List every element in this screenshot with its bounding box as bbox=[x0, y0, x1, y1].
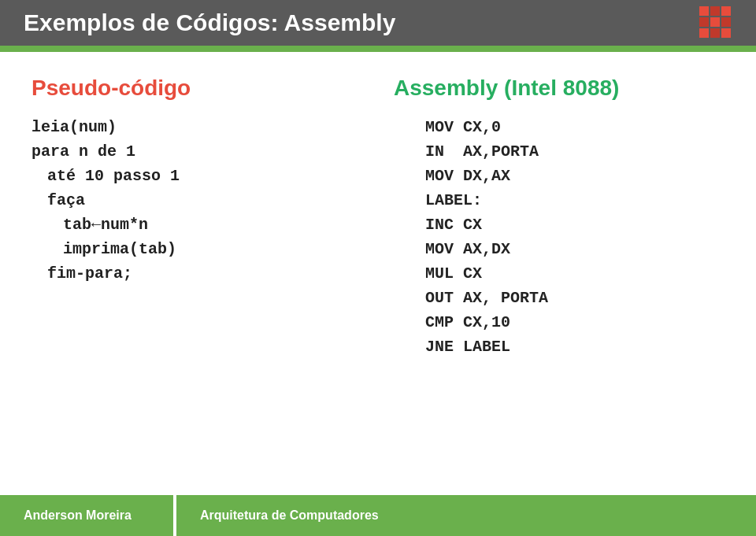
pseudo-code-block: leia(num) para n de 1 até 10 passo 1 faç… bbox=[32, 115, 362, 286]
pseudo-line-7: fim-para; bbox=[47, 261, 362, 286]
header: Exemplos de Códigos: Assembly bbox=[0, 0, 756, 46]
footer-course: Arquitetura de Computadores bbox=[176, 508, 379, 523]
footer: Anderson Moreira Arquitetura de Computad… bbox=[0, 495, 756, 536]
asm-line-7: MUL CX bbox=[425, 261, 724, 286]
asm-line-1: MOV CX,0 bbox=[425, 115, 724, 139]
asm-line-5: INC CX bbox=[425, 213, 724, 237]
logo-cell bbox=[710, 6, 720, 16]
pseudo-line-1: leia(num) bbox=[32, 115, 362, 139]
logo-cell bbox=[721, 28, 731, 38]
logo-cell bbox=[721, 6, 731, 16]
logo bbox=[699, 6, 732, 39]
logo-cell bbox=[699, 17, 709, 27]
main-content: Pseudo-código leia(num) para n de 1 até … bbox=[0, 52, 756, 495]
asm-line-4: LABEL: bbox=[425, 188, 724, 213]
logo-cell bbox=[699, 28, 709, 38]
assembly-code-section: Assembly (Intel 8088) MOV CX,0 IN AX,POR… bbox=[394, 76, 724, 479]
pseudo-line-5: tab←num*n bbox=[63, 213, 362, 237]
pseudo-line-4: faça bbox=[47, 188, 362, 213]
logo-cell bbox=[721, 17, 731, 27]
logo-cell bbox=[710, 28, 720, 38]
pseudo-line-3: até 10 passo 1 bbox=[47, 164, 362, 188]
asm-line-8: OUT AX, PORTA bbox=[425, 286, 724, 310]
logo-cell bbox=[710, 17, 720, 27]
asm-line-2: IN AX,PORTA bbox=[425, 139, 724, 164]
assembly-title: Assembly (Intel 8088) bbox=[394, 76, 724, 101]
accent-bar bbox=[0, 46, 756, 52]
asm-line-6: MOV AX,DX bbox=[425, 237, 724, 261]
pseudo-line-6: imprima(tab) bbox=[63, 237, 362, 261]
page-title: Exemplos de Códigos: Assembly bbox=[24, 9, 395, 36]
footer-author: Anderson Moreira bbox=[0, 508, 173, 523]
logo-cell bbox=[699, 6, 709, 16]
pseudo-code-section: Pseudo-código leia(num) para n de 1 até … bbox=[32, 76, 362, 479]
pseudo-line-2: para n de 1 bbox=[32, 139, 362, 164]
asm-line-3: MOV DX,AX bbox=[425, 164, 724, 188]
pseudo-title: Pseudo-código bbox=[32, 76, 362, 101]
assembly-code-block: MOV CX,0 IN AX,PORTA MOV DX,AX LABEL: IN… bbox=[425, 115, 724, 359]
asm-line-9: CMP CX,10 bbox=[425, 310, 724, 335]
asm-line-10: JNE LABEL bbox=[425, 335, 724, 359]
